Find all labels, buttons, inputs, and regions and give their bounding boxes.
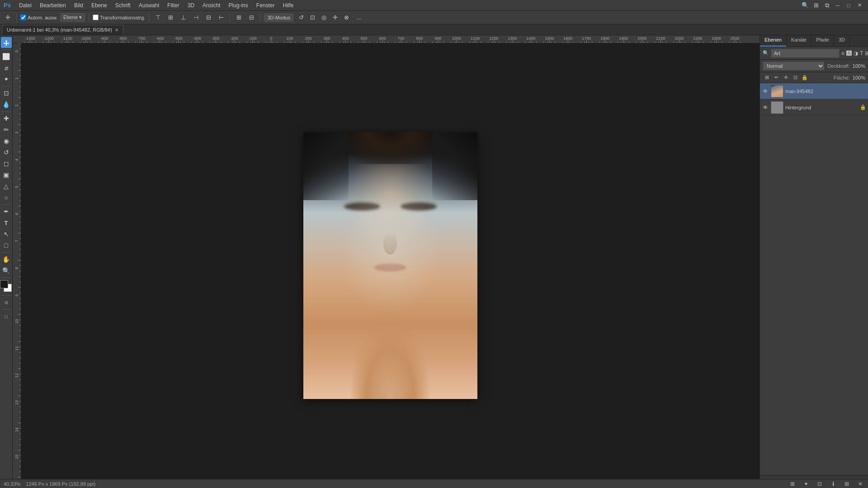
3d-mode-btn[interactable]: 3D-Modus [264,14,293,22]
text-layer-icon[interactable]: T [860,49,863,57]
align-left[interactable]: ⊣ [191,13,201,23]
menu-bild[interactable]: Bild [71,1,87,9]
move-tool-icon[interactable]: ✛ [3,13,13,23]
layer-select-label: Ebene [63,14,78,20]
more-options[interactable]: ... [354,13,364,23]
menu-hilfe[interactable]: Hilfe [279,1,297,9]
layer-thumb-image [771,102,783,113]
magic-wand-tool[interactable]: ✦ [1,74,12,84]
hand-tool[interactable]: ✋ [1,254,12,265]
search-btn[interactable]: 🔍 [800,0,810,10]
tab-paths[interactable]: Pfade [811,35,834,47]
app-logo: Ps [4,2,11,9]
move-tool[interactable] [1,37,12,48]
gradient-tool[interactable]: ▣ [1,169,12,180]
eyedropper-tool[interactable]: 💧 [1,99,12,110]
shape-tool[interactable]: □ [1,240,12,251]
arrange-btn[interactable]: ⧉ [822,0,832,10]
auto-select-label[interactable]: Autom. ausw. [20,14,57,20]
auto-select-checkbox[interactable] [20,14,26,20]
status-info-btn[interactable]: ℹ [829,480,837,488]
menu-auswahl[interactable]: Auswahl [135,1,163,9]
spot-healing-tool[interactable]: ✚ [1,113,12,124]
tab-layers[interactable]: Ebenen [760,35,787,47]
path-select-tool[interactable]: ↖ [1,229,12,239]
menu-3d[interactable]: 3D [184,1,198,9]
layers-filter-input[interactable] [771,49,840,58]
text-tool[interactable]: T [1,217,12,228]
lock-artboard-btn[interactable]: ⊡ [791,74,799,82]
layer-visibility-eye[interactable]: 👁 [762,104,769,111]
menu-ansicht[interactable]: Ansicht [199,1,224,9]
pen-tool[interactable]: ✒ [1,206,12,217]
filter-kind-btn[interactable]: ≡ [841,49,844,57]
roll-icon[interactable]: ⊗ [341,13,351,23]
status-close-btn[interactable]: ✕ [856,480,864,488]
lock-transparent-btn[interactable]: ⊞ [763,74,771,82]
layer-item[interactable]: 👁 man-945482 [760,83,868,99]
align-right[interactable]: ⊢ [216,13,226,23]
transform-checkbox[interactable] [93,14,99,20]
brush-tool[interactable]: ✏ [1,124,12,135]
lock-paint-btn[interactable]: ✏ [772,74,780,82]
lock-all-btn[interactable]: 🔒 [801,74,809,82]
screen-mode-btn[interactable]: □ [1,311,12,322]
clone-stamp-tool[interactable]: ◉ [1,136,12,146]
rotate-icon[interactable]: ↺ [296,13,306,23]
close-btn[interactable]: ✕ [854,0,864,10]
dist-h[interactable]: ⊞ [234,13,244,23]
lasso-tool[interactable]: ⌀ [1,62,12,73]
align-top[interactable]: ⊤ [153,13,163,23]
menu-plugins[interactable]: Plug-ins [225,1,251,9]
dist-v[interactable]: ⊟ [246,13,256,23]
layer-item[interactable]: 👁 Hintergrund 🔒 [760,99,868,116]
transform-label[interactable]: Transformationsstrg. [93,14,145,20]
layer-thumbnail [771,101,783,114]
orbit-icon[interactable]: ◎ [319,13,329,23]
status-extra-btn[interactable]: ⊞ [843,480,851,488]
layer-select[interactable]: Ebene ▾ [60,13,85,22]
status-fix-btn[interactable]: ✦ [802,480,810,488]
smart-obj-icon[interactable]: ⊞ [865,49,868,57]
menu-ebene[interactable]: Ebene [88,1,111,9]
align-vcenter[interactable]: ⊞ [165,13,175,23]
lock-position-btn[interactable]: ✛ [782,74,790,82]
blend-mode-select[interactable]: Normal [763,61,825,70]
panel-tabs: Ebenen Kanäle Pfade 3D [760,35,868,47]
menu-fenster[interactable]: Fenster [253,1,278,9]
crop-tool[interactable]: ⊡ [1,88,12,99]
menu-schrift[interactable]: Schrift [112,1,134,9]
layer-list: 👁 man-945482 👁 Hintergrund 🔒 [760,83,868,475]
fill-value: 100% [853,75,865,80]
pan-icon[interactable]: ✛ [330,13,340,23]
menu-datei[interactable]: Datei [15,1,35,9]
layer-type-icon[interactable]: 🅰 [846,49,852,57]
tab-channels[interactable]: Kanäle [787,35,811,47]
document-tab[interactable]: Unbenannt-1 bei 40,3% (man-945482, RGB/8… [2,25,123,35]
align-bottom[interactable]: ⊥ [178,13,188,23]
tab-close-btn[interactable]: ✕ [115,28,118,33]
foreground-color-swatch[interactable] [0,280,8,288]
minimize-btn[interactable]: ─ [833,0,843,10]
tab-3d[interactable]: 3D [834,35,850,47]
scale-icon[interactable]: ⊡ [307,13,317,23]
status-more-btn[interactable]: ⊡ [816,480,824,488]
menu-bearbeiten[interactable]: Bearbeiten [36,1,70,9]
status-adjust-btn[interactable]: ⊞ [788,480,797,488]
rect-select-tool[interactable]: ⬜ [1,51,12,62]
workspace-btn[interactable]: ⊞ [811,0,821,10]
search-icon: 🔍 [763,50,769,56]
dodge-tool[interactable]: ○ [1,192,12,203]
ruler-side-wrap [13,43,760,488]
history-brush-tool[interactable]: ↺ [1,147,12,158]
canvas-scroll[interactable] [21,43,760,488]
menu-filter[interactable]: Filter [164,1,183,9]
layer-visibility-eye[interactable]: 👁 [762,88,769,95]
align-hcenter[interactable]: ⊟ [203,13,213,23]
blur-tool[interactable]: △ [1,181,12,192]
eraser-tool[interactable]: ◻ [1,158,12,169]
adjustment-icon[interactable]: ◑ [854,49,858,57]
quick-mask-btn[interactable]: ⊙ [1,297,12,308]
maximize-btn[interactable]: □ [844,0,854,10]
zoom-tool[interactable]: 🔍 [1,265,12,276]
